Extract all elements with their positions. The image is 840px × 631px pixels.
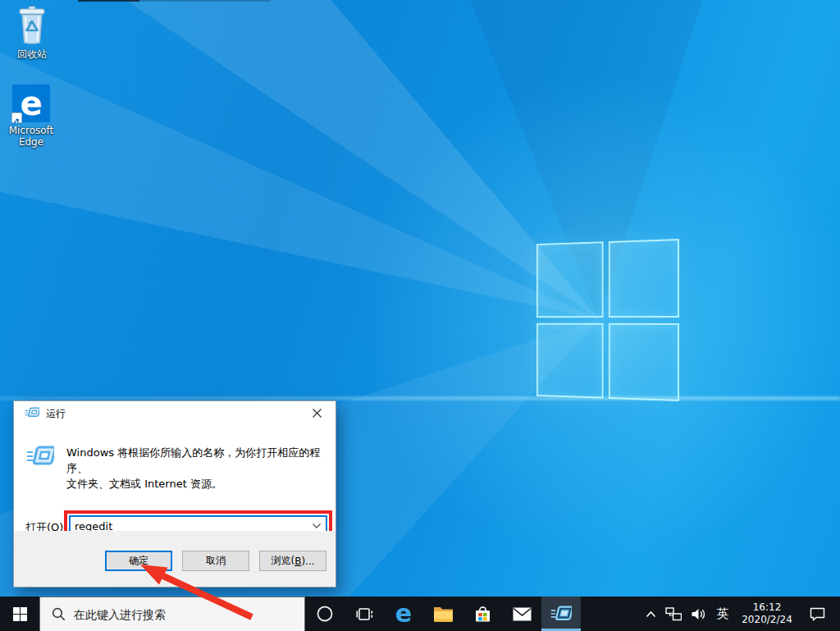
cortana-icon	[316, 605, 334, 623]
windows-logo-pane	[536, 322, 603, 398]
store-icon	[474, 606, 491, 623]
run-icon	[550, 606, 572, 622]
taskbar-search-box[interactable]	[39, 597, 305, 631]
dialog-title: 运行	[46, 407, 66, 421]
mail-button[interactable]	[502, 597, 541, 631]
ime-indicator[interactable]: 英	[710, 597, 735, 631]
run-dialog: 运行 Windows 将根据你所输入的名称，为你打开相应的程序、 文件夹、文档或…	[13, 400, 336, 588]
search-icon	[52, 607, 66, 621]
run-taskbar-button[interactable]	[541, 597, 581, 631]
volume-button[interactable]	[686, 597, 710, 631]
action-center-icon	[810, 607, 825, 621]
edge-icon: e	[395, 601, 412, 626]
ok-button[interactable]: 确定	[105, 551, 172, 571]
chevron-up-icon	[646, 610, 656, 618]
dialog-titlebar[interactable]: 运行	[14, 401, 336, 426]
search-input[interactable]	[74, 608, 304, 621]
cancel-button[interactable]: 取消	[182, 551, 249, 571]
dialog-body: Windows 将根据你所输入的名称，为你打开相应的程序、 文件夹、文档或 In…	[14, 426, 336, 533]
windows-logo-icon	[13, 607, 27, 621]
run-icon	[25, 406, 39, 421]
windows-logo-pane	[608, 239, 679, 318]
windows-logo-watermark	[536, 239, 679, 401]
run-icon-large	[26, 445, 54, 470]
task-view-button[interactable]	[345, 597, 384, 631]
start-button[interactable]	[0, 597, 39, 631]
top-edge-artifact	[78, 0, 271, 2]
cortana-button[interactable]	[305, 597, 345, 631]
time: 16:12	[753, 601, 782, 614]
edge-icon: e	[12, 85, 50, 122]
clock[interactable]: 16:12 2020/2/24	[735, 597, 799, 631]
close-button[interactable]	[299, 401, 336, 425]
close-icon	[313, 409, 322, 418]
file-explorer-button[interactable]	[423, 597, 463, 631]
description-line2: 文件夹、文档或 Internet 资源。	[66, 476, 331, 492]
windows-logo-pane	[608, 322, 679, 401]
description-line1: Windows 将根据你所输入的名称，为你打开相应的程序、	[66, 445, 331, 476]
edge-taskbar-button[interactable]: e	[384, 597, 423, 631]
shortcut-arrow-icon	[11, 112, 22, 123]
desktop-icon-recycle-bin[interactable]: 回收站	[1, 5, 63, 60]
desktop-icon-microsoft-edge[interactable]: e Microsoft Edge	[0, 85, 62, 148]
browse-button[interactable]: 浏览(B)...	[259, 551, 326, 571]
speaker-icon	[691, 608, 705, 620]
date: 2020/2/24	[742, 614, 792, 626]
store-button[interactable]	[463, 597, 502, 631]
recycle-bin-icon	[1, 5, 63, 46]
desktop-icon-label: 回收站	[1, 48, 63, 60]
action-center-button[interactable]	[799, 597, 835, 631]
desktop-icon-label: Microsoft Edge	[0, 125, 62, 148]
task-view-icon	[356, 607, 373, 621]
chevron-down-icon	[313, 524, 321, 528]
dialog-description: Windows 将根据你所输入的名称，为你打开相应的程序、 文件夹、文档或 In…	[66, 445, 331, 492]
network-button[interactable]	[661, 597, 686, 631]
file-explorer-icon	[433, 606, 454, 622]
mail-icon	[513, 607, 532, 621]
hidden-icons-button[interactable]	[640, 597, 661, 631]
system-tray: 英 16:12 2020/2/24	[640, 597, 840, 631]
windows-logo-pane	[536, 241, 603, 317]
taskbar: e	[0, 597, 840, 631]
ethernet-icon	[665, 607, 682, 621]
